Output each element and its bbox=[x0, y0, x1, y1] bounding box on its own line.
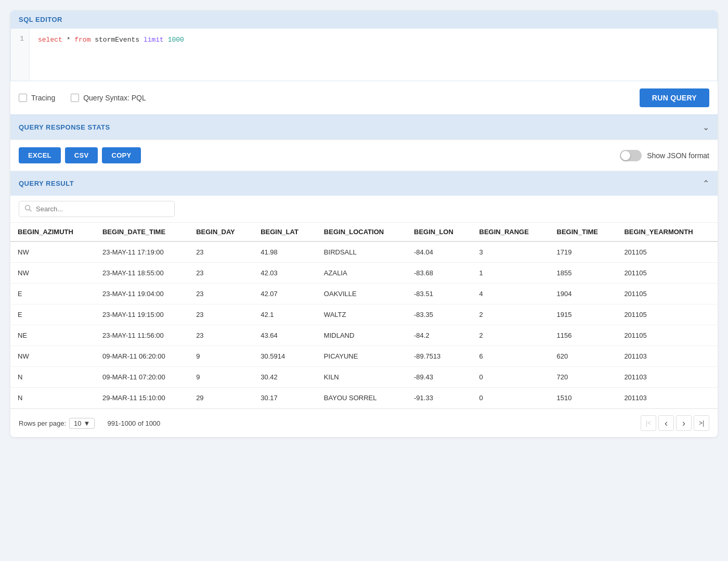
table-cell: 43.64 bbox=[253, 325, 317, 346]
column-header-begin_azimuth: BEGIN_AZIMUTH bbox=[10, 223, 95, 241]
table-cell: 0 bbox=[472, 367, 550, 388]
result-header[interactable]: QUERY RESULT ⌃ bbox=[10, 171, 718, 196]
pagination-buttons: |< ‹ › >| bbox=[641, 415, 709, 431]
excel-button[interactable]: EXCEL bbox=[19, 147, 61, 163]
table-cell: 3 bbox=[472, 241, 550, 263]
table-cell: 23 bbox=[189, 304, 253, 325]
first-page-button[interactable]: |< bbox=[641, 415, 656, 431]
table-header: BEGIN_AZIMUTHBEGIN_DATE_TIMEBEGIN_DAYBEG… bbox=[10, 223, 718, 241]
pagination-row: Rows per page: 10 ▼ 991-1000 of 1000 |< … bbox=[10, 409, 718, 437]
table-cell: -89.43 bbox=[407, 367, 472, 388]
table-cell: NW bbox=[10, 263, 95, 284]
svg-line-1 bbox=[30, 210, 32, 212]
table-cell: PICAYUNE bbox=[317, 346, 407, 367]
search-row bbox=[10, 196, 718, 223]
table-cell: 9 bbox=[189, 346, 253, 367]
last-page-button[interactable]: >| bbox=[694, 415, 709, 431]
table-cell: 29 bbox=[189, 388, 253, 409]
table-cell: 30.42 bbox=[253, 367, 317, 388]
stats-title: QUERY RESPONSE STATS bbox=[19, 123, 110, 131]
table-cell: N bbox=[10, 388, 95, 409]
table-cell: 1719 bbox=[550, 241, 617, 263]
table-row: NW23-MAY-11 17:19:002341.98BIRDSALL-84.0… bbox=[10, 241, 718, 263]
sql-editor-body: 1 select * from stormEvents limit 1000 bbox=[10, 29, 718, 81]
sql-select: select bbox=[38, 36, 62, 44]
per-page-select[interactable]: 10 ▼ bbox=[69, 418, 95, 429]
json-format-label: Show JSON format bbox=[647, 151, 709, 160]
table-cell: 23 bbox=[189, 284, 253, 304]
table-cell: 1855 bbox=[550, 263, 617, 284]
sql-from: from bbox=[74, 36, 90, 44]
tracing-checkbox-label[interactable]: Tracing bbox=[19, 94, 55, 102]
export-row: EXCEL CSV COPY Show JSON format bbox=[10, 139, 718, 171]
sql-editor-header: SQL EDITOR bbox=[10, 10, 718, 29]
table-cell: BAYOU SORREL bbox=[317, 388, 407, 409]
table-cell: 41.98 bbox=[253, 241, 317, 263]
column-header-begin_date_time: BEGIN_DATE_TIME bbox=[95, 223, 189, 241]
table-cell: 201103 bbox=[617, 346, 718, 367]
table-cell: 23-MAY-11 19:15:00 bbox=[95, 304, 189, 325]
table-cell: 201105 bbox=[617, 263, 718, 284]
table-row: N29-MAR-11 15:10:002930.17BAYOU SORREL-9… bbox=[10, 388, 718, 409]
table-cell: 23-MAY-11 17:19:00 bbox=[95, 241, 189, 263]
stats-section-header[interactable]: QUERY RESPONSE STATS ⌄ bbox=[10, 114, 718, 139]
table-cell: NE bbox=[10, 325, 95, 346]
controls-row: Tracing Query Syntax: PQL RUN QUERY bbox=[10, 81, 718, 114]
table-row: NE23-MAY-11 11:56:002343.64MIDLAND-84.22… bbox=[10, 325, 718, 346]
sql-limit: limit bbox=[144, 36, 164, 44]
query-syntax-checkbox[interactable] bbox=[71, 94, 79, 102]
table-cell: 4 bbox=[472, 284, 550, 304]
tracing-checkbox[interactable] bbox=[19, 94, 27, 102]
column-header-begin_yearmonth: BEGIN_YEARMONTH bbox=[617, 223, 718, 241]
json-toggle-area: Show JSON format bbox=[620, 150, 709, 161]
table-row: E23-MAY-11 19:15:002342.1WALTZ-83.352191… bbox=[10, 304, 718, 325]
page-info: 991-1000 of 1000 bbox=[107, 419, 160, 427]
json-format-toggle[interactable] bbox=[620, 150, 642, 161]
query-syntax-label: Query Syntax: PQL bbox=[83, 94, 146, 102]
table-cell: 201103 bbox=[617, 388, 718, 409]
table-cell: 42.07 bbox=[253, 284, 317, 304]
table-cell: -91.33 bbox=[407, 388, 472, 409]
table-row: NW23-MAY-11 18:55:002342.03AZALIA-83.681… bbox=[10, 263, 718, 284]
table-cell: 2 bbox=[472, 325, 550, 346]
table-cell: 620 bbox=[550, 346, 617, 367]
table-cell: KILN bbox=[317, 367, 407, 388]
table-cell: -83.68 bbox=[407, 263, 472, 284]
result-chevron-up-icon: ⌃ bbox=[703, 178, 709, 188]
table-cell: 0 bbox=[472, 388, 550, 409]
table-cell: MIDLAND bbox=[317, 325, 407, 346]
column-header-begin_range: BEGIN_RANGE bbox=[472, 223, 550, 241]
query-syntax-checkbox-label[interactable]: Query Syntax: PQL bbox=[71, 94, 146, 102]
copy-button[interactable]: COPY bbox=[102, 147, 140, 163]
next-page-button[interactable]: › bbox=[676, 415, 692, 431]
prev-page-button[interactable]: ‹ bbox=[658, 415, 674, 431]
per-page-dropdown-icon: ▼ bbox=[84, 419, 90, 427]
table-cell: 6 bbox=[472, 346, 550, 367]
table-cell: E bbox=[10, 304, 95, 325]
csv-button[interactable]: CSV bbox=[65, 147, 98, 163]
run-query-button[interactable]: RUN QUERY bbox=[640, 88, 709, 107]
table-row: E23-MAY-11 19:04:002342.07OAKVILLE-83.51… bbox=[10, 284, 718, 304]
table-cell: 201105 bbox=[617, 284, 718, 304]
table-cell: 1915 bbox=[550, 304, 617, 325]
result-section: QUERY RESULT ⌃ BEGIN_AZIMUTHBEGIN_DATE_T… bbox=[10, 171, 718, 437]
search-container[interactable] bbox=[19, 201, 175, 217]
result-title: QUERY RESULT bbox=[19, 180, 74, 187]
per-page-value: 10 bbox=[74, 419, 81, 427]
search-input[interactable] bbox=[36, 205, 169, 213]
table-cell: -84.04 bbox=[407, 241, 472, 263]
column-header-begin_lat: BEGIN_LAT bbox=[253, 223, 317, 241]
table-cell: N bbox=[10, 367, 95, 388]
table-cell: 42.03 bbox=[253, 263, 317, 284]
table-cell: 23-MAY-11 11:56:00 bbox=[95, 325, 189, 346]
table-cell: 201105 bbox=[617, 241, 718, 263]
table-body: NW23-MAY-11 17:19:002341.98BIRDSALL-84.0… bbox=[10, 241, 718, 409]
table-cell: AZALIA bbox=[317, 263, 407, 284]
table-cell: BIRDSALL bbox=[317, 241, 407, 263]
table-cell: 23-MAY-11 18:55:00 bbox=[95, 263, 189, 284]
table-cell: 30.17 bbox=[253, 388, 317, 409]
sql-code-area[interactable]: select * from stormEvents limit 1000 bbox=[30, 29, 717, 81]
table-cell: 30.5914 bbox=[253, 346, 317, 367]
stats-chevron-down-icon: ⌄ bbox=[703, 122, 709, 132]
table-cell: NW bbox=[10, 346, 95, 367]
